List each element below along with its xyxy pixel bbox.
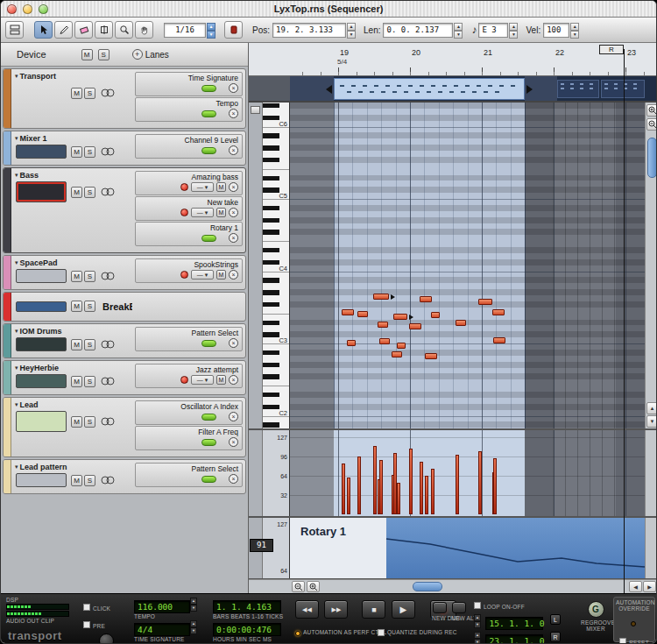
track-mute-button[interactable]: M — [71, 475, 82, 486]
black-key[interactable] — [263, 260, 279, 265]
scroll-right-button[interactable]: ▶ — [643, 581, 656, 592]
track-spacepad[interactable]: ▾SpacePadMSSpookStrings— ▾M× — [3, 255, 246, 290]
black-key[interactable] — [263, 158, 279, 162]
lane-tempo[interactable]: Tempo× — [135, 97, 243, 122]
black-key[interactable] — [263, 393, 279, 397]
lane-delete-button[interactable]: × — [229, 208, 238, 217]
midi-note[interactable] — [342, 309, 354, 315]
track-name-tab[interactable]: ▾Lead pattern — [13, 461, 132, 472]
length-field[interactable]: 0. 0. 2.137 — [383, 23, 453, 38]
timeline-ruler[interactable]: R 19202122235/4 — [249, 43, 657, 76]
velocity-bar[interactable] — [409, 449, 413, 514]
new-alt-button[interactable] — [452, 602, 466, 613]
lane-pattern-select[interactable]: Pattern Select× — [135, 463, 243, 487]
play-button[interactable]: ▶ — [392, 600, 415, 619]
lane-automation-icon[interactable] — [100, 146, 116, 157]
midi-note[interactable] — [357, 311, 368, 317]
click-level-knob[interactable] — [99, 633, 114, 644]
lane-mute-button[interactable]: M — [216, 182, 226, 192]
lane-delete-button[interactable]: × — [229, 338, 238, 348]
black-key[interactable] — [263, 116, 279, 120]
disclosure-icon[interactable]: ▾ — [15, 328, 18, 335]
black-key[interactable] — [263, 278, 279, 282]
lane-delete-button[interactable]: × — [229, 270, 238, 280]
midi-note[interactable] — [456, 320, 466, 326]
lane-on-badge[interactable] — [201, 340, 216, 347]
velocity-bar[interactable] — [431, 469, 434, 514]
track-solo-button[interactable]: S — [84, 187, 95, 198]
track-mute-button[interactable]: M — [71, 146, 82, 158]
time-signature-display[interactable]: 4/4 — [134, 623, 190, 636]
clip-start-arrow-icon[interactable] — [326, 85, 332, 94]
lane-automation-icon[interactable] — [100, 416, 116, 427]
add-lanes-button[interactable]: Lanes — [145, 50, 169, 60]
track-breakbeat[interactable]: MSBreakBeat — [3, 292, 246, 322]
disclosure-icon[interactable]: ▾ — [15, 464, 18, 471]
record-arm-button[interactable] — [180, 376, 188, 384]
midi-note[interactable] — [492, 309, 505, 315]
midi-note[interactable] — [379, 338, 390, 344]
zoom-out-button[interactable] — [646, 118, 657, 131]
rack-view-button[interactable] — [5, 21, 24, 39]
scroll-left-button[interactable]: ◀ — [629, 581, 642, 592]
song-position-display[interactable]: 1. 1. 4.163 — [213, 600, 281, 613]
time-position-display[interactable]: 0:00:00:476 — [213, 623, 281, 636]
lane-delete-button[interactable]: × — [229, 412, 238, 421]
track-solo-button[interactable]: S — [84, 416, 95, 428]
velocity-stepper[interactable]: ▲▼ — [570, 23, 579, 38]
black-key[interactable] — [263, 405, 279, 409]
black-key[interactable] — [263, 363, 279, 367]
velocity-bar[interactable] — [456, 455, 459, 514]
track-lead[interactable]: ▾LeadMSOscillator A Index×Filter A Freq× — [3, 397, 246, 457]
note-grid[interactable] — [290, 103, 645, 428]
lane-on-badge[interactable] — [201, 147, 216, 154]
midi-note[interactable] — [409, 323, 421, 329]
midi-note[interactable] — [478, 299, 492, 305]
black-key[interactable] — [263, 188, 279, 192]
clip-end-arrow-icon[interactable] — [526, 85, 533, 94]
piano-keyboard[interactable]: C6C5C4C3C2 — [263, 103, 290, 428]
lane-delete-button[interactable]: × — [229, 83, 238, 93]
hand-tool-button[interactable] — [135, 21, 153, 39]
black-key[interactable] — [263, 176, 279, 180]
track-name-tab[interactable]: ▾Mixer 1 — [13, 132, 132, 144]
note-value-field[interactable]: E 3 — [478, 23, 508, 38]
lane-filter-a-freq[interactable]: Filter A Freq× — [135, 426, 243, 450]
pre-checkbox[interactable] — [83, 621, 90, 628]
velocity-bar[interactable] — [373, 446, 377, 514]
lane-oscillator-a-index[interactable]: Oscillator A Index× — [135, 400, 243, 425]
scroll-up-button[interactable]: ▲ — [646, 402, 657, 414]
midi-note[interactable] — [392, 351, 402, 357]
automation-value-box[interactable]: 91 — [250, 539, 273, 552]
velocity-bar[interactable] — [397, 483, 400, 514]
hzoom-in-button[interactable] — [307, 581, 320, 592]
lane-automation-icon[interactable] — [100, 376, 116, 386]
right-locator-display[interactable]: 23. 1. 1. 0 — [485, 634, 543, 644]
clip-preview[interactable] — [557, 80, 599, 98]
black-key[interactable] — [263, 133, 279, 138]
left-locator-button[interactable]: L — [550, 614, 561, 625]
position-stepper[interactable]: ▲▼ — [347, 23, 356, 38]
title-bar[interactable]: LyxTop.rns (Sequencer) — [1, 1, 656, 18]
record-arm-button[interactable] — [180, 271, 188, 279]
midi-note[interactable] — [393, 314, 407, 320]
lane-delete-button[interactable]: × — [229, 474, 238, 484]
velocity-bar[interactable] — [347, 478, 350, 514]
lane-delete-button[interactable]: × — [229, 182, 238, 192]
black-key[interactable] — [263, 422, 279, 427]
right-locator-stepper[interactable]: ▲▼ — [474, 632, 481, 644]
black-key[interactable] — [263, 230, 279, 234]
lane-automation-icon[interactable] — [100, 271, 116, 281]
lane-time-signature[interactable]: Time Signature× — [135, 72, 243, 96]
track-name-tab[interactable]: ▾Bass — [13, 169, 132, 180]
velocity-field[interactable]: 100 — [543, 23, 569, 38]
note-stepper[interactable]: ▲▼ — [509, 23, 518, 38]
velocity-bar[interactable] — [478, 451, 482, 514]
track-name-tab[interactable]: ▾Transport — [13, 70, 132, 81]
black-key[interactable] — [263, 290, 279, 294]
lane-delete-button[interactable]: × — [229, 145, 238, 155]
velocity-scrollbar[interactable] — [645, 430, 657, 516]
track-solo-button[interactable]: S — [84, 339, 95, 350]
lane-on-badge[interactable] — [201, 414, 216, 421]
track-mixer-1[interactable]: ▾Mixer 1MSChannel 9 Level× — [3, 131, 246, 166]
